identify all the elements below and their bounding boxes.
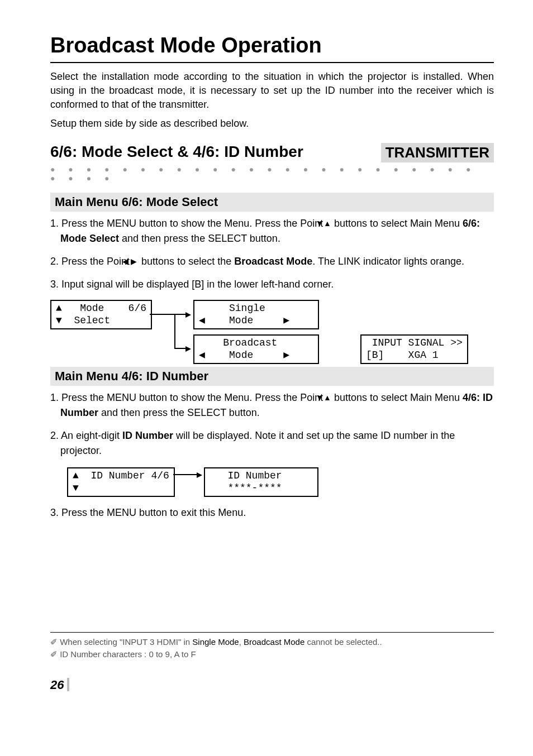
id-number-step-3: 3. Press the MENU button to exit this Me…: [50, 505, 494, 520]
transmitter-badge: TRANSMITTER: [381, 143, 494, 162]
decorative-dots: ● ● ● ● ● ● ● ● ● ● ● ● ● ● ● ● ● ● ● ● …: [50, 165, 494, 183]
page-number-value: 26: [50, 678, 64, 692]
lcd-id-number-menu: ▲ ID Number 4/6 ▼: [67, 467, 175, 497]
step-bold: Broadcast Mode: [234, 256, 312, 267]
lcd-id-number-value: ID Number ****-****: [204, 467, 318, 497]
section-heading: 6/6: Mode Select & 4/6: ID Number: [50, 143, 303, 161]
footnote-text: ,: [239, 637, 244, 647]
down-up-icon: ▼▲: [326, 218, 331, 229]
arrow-icon: [173, 474, 198, 475]
connector-line: [174, 314, 175, 348]
step-text: buttons to select Main Menu: [331, 218, 463, 229]
footnote-bold: Broadcast Mode: [244, 637, 304, 647]
subheading-id-number: Main Menu 4/6: ID Number: [50, 367, 494, 386]
step-text: 2. An eight-digit: [50, 430, 122, 441]
page-number: 26: [50, 678, 494, 692]
mode-select-step-1: 1. Press the MENU button to show the Men…: [50, 216, 494, 246]
id-number-step-1: 1. Press the MENU button to show the Men…: [50, 390, 494, 420]
lcd-broadcast-mode: Broadcast ◀ Mode ▶: [193, 334, 319, 364]
title-divider: [50, 62, 494, 63]
lcd-input-signal: INPUT SIGNAL >> [B] XGA 1: [360, 334, 468, 364]
step-text: buttons to select the: [139, 256, 234, 267]
arrow-icon: [174, 348, 187, 349]
footnote-bold: Single Mode: [192, 637, 239, 647]
lcd-single-mode: Single ◀ Mode ▶: [193, 300, 319, 329]
mode-select-step-3: 3. Input signal will be displayed [B] in…: [50, 277, 494, 292]
intro-paragraph-1: Select the installation mode according t…: [50, 70, 494, 112]
footnote-text: cannot be selected..: [304, 637, 382, 647]
left-right-icon: ◀ ▶: [132, 256, 139, 267]
step-text: buttons to select Main Menu: [331, 392, 463, 403]
down-up-icon: ▼▲: [326, 392, 331, 404]
footnote-1: ✐ When selecting "INPUT 3 HDMI" in Singl…: [50, 636, 494, 649]
subheading-mode-select: Main Menu 6/6: Mode Select: [50, 193, 494, 212]
lcd-mode-select-menu: ▲ Mode 6/6 ▼ Select: [50, 300, 152, 329]
id-number-step-2: 2. An eight-digit ID Number will be disp…: [50, 428, 494, 458]
connector-line: [150, 314, 174, 315]
step-text: 2. Press the Point: [50, 256, 132, 267]
footer-divider: [50, 632, 494, 633]
page-title: Broadcast Mode Operation: [50, 34, 494, 58]
step-text: 1. Press the MENU button to show the Men…: [50, 218, 326, 229]
step-text: . The LINK indicator lights orange.: [312, 256, 464, 267]
id-number-diagram: ▲ ID Number 4/6 ▼ ID Number ****-****: [67, 467, 374, 495]
footnote-2: ✐ ID Number characters : 0 to 9, A to F: [50, 648, 494, 661]
step-text: 1. Press the MENU button to show the Men…: [50, 392, 326, 403]
step-text: and then press the SELECT button.: [98, 407, 260, 418]
step-bold: ID Number: [122, 430, 173, 441]
step-text: and then press the SELECT button.: [119, 233, 280, 244]
intro-paragraph-2: Setup them side by side as described bel…: [50, 117, 494, 131]
page-number-bar: [67, 678, 69, 691]
mode-select-diagram: ▲ Mode 6/6 ▼ Select Single ◀ Mode ▶ Broa…: [50, 300, 475, 367]
arrow-icon: [174, 314, 187, 315]
footnote-text: ✐ When selecting "INPUT 3 HDMI" in: [50, 637, 192, 647]
mode-select-step-2: 2. Press the Point ◀ ▶ buttons to select…: [50, 254, 494, 269]
